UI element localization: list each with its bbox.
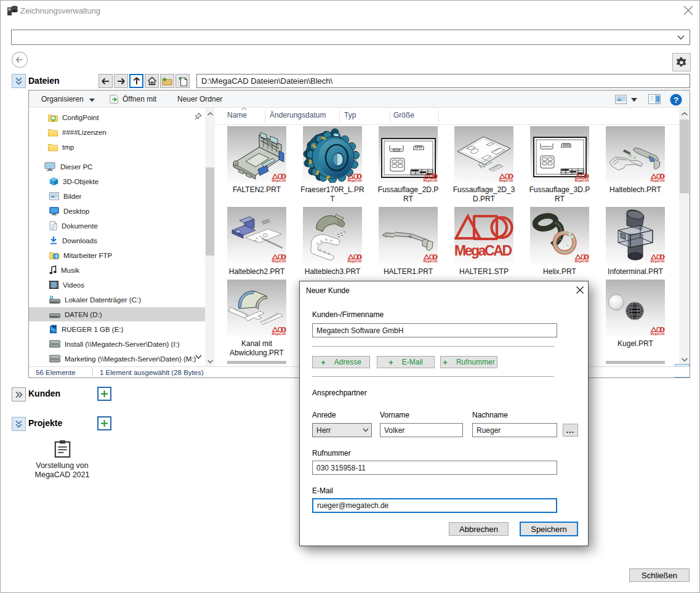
svg-text:?: ?: [674, 95, 678, 105]
svg-text:MegaCAD: MegaCAD: [454, 243, 512, 259]
